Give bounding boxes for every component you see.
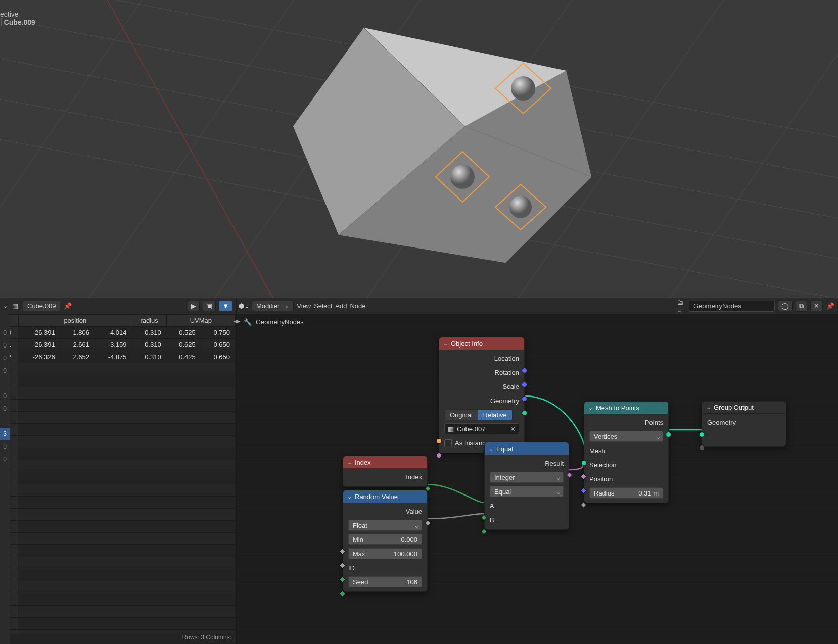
domain-strip-item[interactable]: 3 (0, 428, 10, 440)
svg-line-7 (51, 0, 329, 298)
domain-strip-item[interactable]: 0 (0, 440, 10, 453)
node-editor-header: ⬢⌄ Modifier⌄ View Select Add Node 🗂⌄ Geo… (237, 298, 838, 314)
transform-mode-toggle[interactable]: Original Relative (444, 409, 513, 420)
out-geometry: Geometry (490, 397, 519, 405)
modifier-icon: 🔧 (244, 318, 252, 326)
node-group-output[interactable]: ⌄Group Output Geometry (702, 401, 786, 447)
object-data-icon: ▦ (11, 302, 20, 311)
domain-strip-item[interactable]: 0 (0, 339, 10, 352)
random-seed-field[interactable]: Seed106 (348, 576, 422, 587)
menu-select[interactable]: Select (314, 302, 332, 310)
domain-strip[interactable]: 000000300 (0, 314, 10, 644)
in-geometry: Geometry (707, 419, 736, 426)
node-compare-equal[interactable]: ⌄Equal Result Integer Equal A B (484, 442, 569, 530)
chevron-down-icon[interactable]: ⌄ (588, 405, 593, 411)
in-b: B (490, 516, 494, 524)
selected-only-icon[interactable]: ▶ (188, 301, 200, 311)
pin-icon[interactable]: 📌 (826, 302, 835, 311)
domain-strip-item[interactable]: 0 (0, 352, 10, 365)
table-row: 1 -26.3912.661-3.159 0.310 0.6250.650 (1, 339, 236, 351)
domain-strip-item[interactable]: 0 (0, 390, 10, 403)
compare-op-dropdown[interactable]: Equal (490, 486, 564, 497)
out-location: Location (494, 355, 519, 362)
svg-line-5 (0, 0, 25, 298)
spreadsheet-header: ⌄ ▦ Cube.009 📌 ▶ ▣ ▼ (0, 298, 236, 314)
random-id-label: ID (348, 564, 355, 572)
chevron-down-icon[interactable]: ⌄ (706, 404, 711, 411)
expand-collapse-icon[interactable]: ◂▸ (232, 314, 242, 327)
out-result: Result (545, 460, 564, 467)
node-random-value[interactable]: ⌄Random Value Value Float Min0.000 Max10… (343, 490, 428, 592)
viewport-overlay: ective | Cube.009 (0, 10, 35, 26)
domain-strip-item[interactable]: 0 (0, 403, 10, 415)
domain-strip-item[interactable]: 0 (0, 327, 10, 339)
out-points: Points (645, 419, 663, 426)
domain-strip-item[interactable]: 0 (0, 453, 10, 466)
duplicate-icon[interactable]: ⧉ (796, 301, 807, 312)
spreadsheet-object-name[interactable]: Cube.009 (23, 301, 60, 311)
editor-type-icon[interactable]: ⬢⌄ (240, 302, 249, 311)
object-link-field[interactable]: ▦Cube.007✕ (444, 423, 519, 434)
as-instance-checkbox[interactable] (444, 439, 452, 447)
pin-icon[interactable]: 📌 (63, 302, 72, 311)
in-position: Position (589, 475, 613, 483)
node-index[interactable]: ⌄Index Index (343, 456, 428, 487)
menu-node[interactable]: Node (350, 302, 365, 310)
col-radius: radius (132, 315, 166, 327)
out-rotation: Rotation (495, 369, 519, 376)
browse-tree-icon[interactable]: 🗂⌄ (677, 302, 686, 311)
chevron-down-icon[interactable]: ⌄ (347, 459, 352, 466)
node-title: Group Output (714, 404, 754, 411)
random-type-dropdown[interactable]: Float (348, 520, 422, 531)
out-index: Index (406, 473, 422, 481)
spreadsheet-table[interactable]: position radius UVMap 0 -26.3911.806-4.0… (0, 314, 236, 634)
filter-icon[interactable]: ▼ (219, 301, 232, 311)
clear-icon[interactable]: ✕ (510, 425, 516, 433)
spreadsheet-footer: Rows: 3 Columns: (0, 634, 236, 644)
out-scale: Scale (502, 383, 519, 390)
unlink-icon[interactable]: ✕ (810, 301, 823, 311)
col-uvmap: UVMap (166, 315, 235, 327)
in-mesh: Mesh (589, 447, 606, 455)
overlay-active-object: Cube.009 (4, 18, 35, 26)
domain-strip-item[interactable] (0, 314, 10, 327)
table-row: 0 -26.3911.806-4.014 0.310 0.5250.750 (1, 327, 236, 339)
in-a: A (490, 502, 494, 510)
menu-add[interactable]: Add (335, 302, 347, 310)
chevron-down-icon[interactable]: ⌄ (3, 303, 8, 309)
in-selection: Selection (589, 461, 616, 469)
svg-point-23 (450, 165, 475, 189)
node-title: Mesh to Points (596, 404, 639, 412)
domain-strip-item[interactable] (0, 415, 10, 428)
random-max-field[interactable]: Max100.000 (348, 548, 422, 559)
svg-point-21 (511, 76, 535, 101)
tree-name-field[interactable]: GeometryNodes (689, 301, 775, 312)
svg-line-12 (96, 0, 273, 298)
cube-object (293, 28, 591, 263)
shield-icon[interactable]: ◯ (778, 301, 793, 311)
toggle-icon[interactable]: ▣ (203, 301, 216, 311)
mtp-mode-dropdown[interactable]: Vertices (589, 431, 663, 442)
spreadsheet-panel: ⌄ ▦ Cube.009 📌 ▶ ▣ ▼ position radius UVM… (0, 298, 237, 644)
node-title: Index (355, 459, 371, 466)
overlay-line1: ective (0, 10, 35, 18)
tree-type-dropdown[interactable]: Modifier⌄ (252, 301, 294, 311)
chevron-down-icon[interactable]: ⌄ (347, 493, 352, 500)
node-title: Random Value (355, 493, 398, 501)
node-object-info[interactable]: ⌄Object Info Location Rotation Scale Geo… (439, 337, 525, 453)
node-breadcrumb[interactable]: 🔧 GeometryNodes (244, 318, 304, 326)
domain-strip-item[interactable]: 0 (0, 365, 10, 377)
node-title: Equal (496, 445, 513, 453)
svg-line-6 (0, 0, 177, 298)
random-min-field[interactable]: Min0.000 (348, 534, 422, 545)
menu-view[interactable]: View (297, 302, 311, 310)
mtp-radius-field[interactable]: Radius0.31 m (589, 487, 663, 499)
node-mesh-to-points[interactable]: ⌄Mesh to Points Points Vertices Mesh Sel… (584, 401, 669, 503)
node-editor-panel[interactable]: ⬢⌄ Modifier⌄ View Select Add Node 🗂⌄ Geo… (237, 298, 838, 644)
chevron-down-icon[interactable]: ⌄ (443, 340, 448, 347)
chevron-down-icon[interactable]: ⌄ (489, 445, 493, 452)
compare-type-dropdown[interactable]: Integer (490, 472, 564, 483)
object-icon: ▦ (448, 425, 454, 433)
domain-strip-item[interactable] (0, 377, 10, 390)
viewport-3d[interactable]: ective | Cube.009 (0, 0, 838, 298)
